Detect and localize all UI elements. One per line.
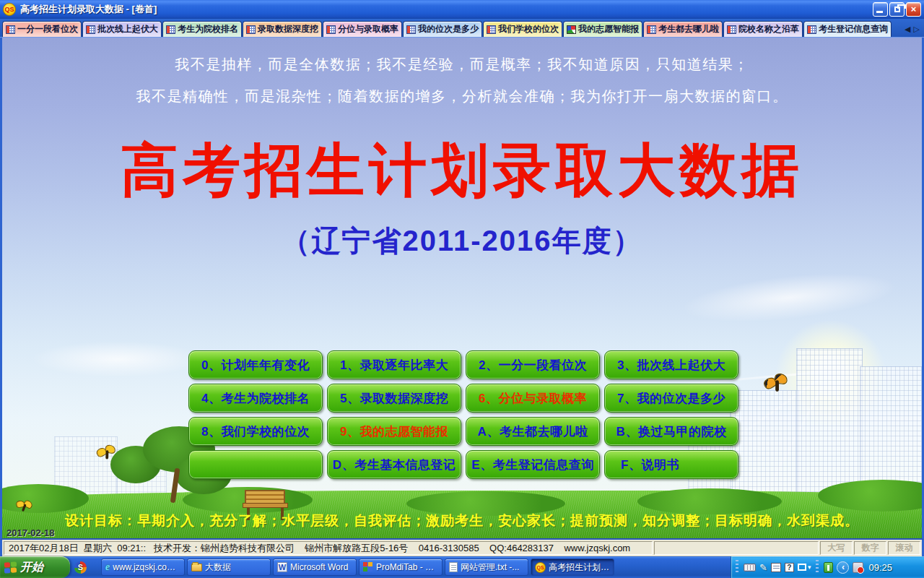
- task-bigdata-folder[interactable]: 大数据: [187, 558, 271, 576]
- restore-button[interactable]: [889, 2, 905, 17]
- tab-label: 我的志愿智能报: [578, 23, 639, 35]
- menu-button-renamed-colleges[interactable]: B、换过马甲的院校: [604, 417, 738, 446]
- close-button[interactable]: ×: [906, 2, 921, 17]
- title-bar: QS 高考招生计划录取大数据 - [卷首] ×: [0, 0, 924, 19]
- menu-button-manual[interactable]: F、说明书: [604, 450, 738, 479]
- notepad-icon: [449, 562, 458, 572]
- page-title: 高考招生计划录取大数据: [2, 140, 922, 201]
- task-notepad[interactable]: 网站管理.txt -...: [445, 558, 528, 576]
- task-label: ProMdiTab - Mi...: [376, 562, 438, 572]
- tab-label: 录取数据深度挖: [258, 23, 318, 35]
- hide-icons-chevron-icon[interactable]: ‹: [837, 561, 849, 574]
- tab-registration-query[interactable]: 考生登记信息查询: [803, 21, 892, 37]
- tab-candidate-college-ranking[interactable]: 考生为院校排名: [162, 21, 242, 37]
- internet-explorer-icon: e: [105, 562, 110, 572]
- tab-label: 分位与录取概率: [338, 23, 398, 35]
- tab-percentile-probability[interactable]: 分位与录取概率: [323, 21, 402, 37]
- menu-button-registration-query[interactable]: E、考生登记信息查询: [466, 450, 600, 479]
- menu-button-grid: 0、计划年年有变化 1、录取逐年比率大 2、一分一段看位次 3、批次线上起伏大 …: [188, 350, 738, 479]
- tab-scroll-left-icon[interactable]: ◀: [905, 25, 910, 34]
- start-label: 开始: [20, 560, 43, 575]
- usb-drive-icon[interactable]: [824, 562, 833, 573]
- tab-admission-data-mining[interactable]: 录取数据深度挖: [243, 21, 322, 37]
- menu-button-data-mining[interactable]: 5、录取数据深度挖: [327, 384, 461, 413]
- table-icon: [807, 25, 816, 34]
- butterfly-icon: [762, 371, 791, 395]
- start-button[interactable]: 开始: [0, 556, 70, 578]
- task-word[interactable]: W Microsoft Word: [273, 558, 357, 576]
- table-icon: [86, 25, 95, 34]
- keyboard-icon[interactable]: [744, 564, 756, 571]
- tab-label: 我们学校的位次: [498, 23, 559, 35]
- clock: 09:25: [868, 562, 892, 573]
- task-gaokao-app[interactable]: QS 高考招生计划录...: [531, 558, 614, 576]
- menu-button-percentile-probability[interactable]: 6、分位与录取概率: [466, 384, 600, 413]
- menu-button-score-segment-rank[interactable]: 2、一分一段看位次: [466, 350, 600, 379]
- menu-button-my-rank[interactable]: 7、我的位次是多少: [604, 384, 738, 413]
- menu-button-candidate-ranking[interactable]: 4、考生为院校排名: [188, 384, 323, 413]
- menu-button-basic-info-register[interactable]: D、考生基本信息登记: [327, 450, 461, 479]
- app-logo-icon: QS: [3, 3, 16, 16]
- menu-button-smart-application[interactable]: 9、我的志愿智能报: [327, 417, 461, 446]
- pen-icon[interactable]: ✎: [759, 562, 767, 573]
- quick-launch: S: [70, 556, 100, 578]
- table-icon: [727, 25, 736, 34]
- task-website[interactable]: e www.jzqskj.com...: [101, 558, 185, 576]
- language-bar-icon[interactable]: [798, 564, 806, 571]
- building: [730, 390, 799, 503]
- system-tray: ✎ ? ▾ ‹ 09:25: [731, 556, 924, 578]
- status-caps-lock: 大写: [820, 541, 853, 555]
- menu-button-blank[interactable]: [188, 450, 323, 479]
- tab-label: 批次线上起伏大: [97, 23, 158, 35]
- windows-logo-icon: [4, 561, 17, 574]
- tab-score-segment-rank[interactable]: 一分一段看位次: [2, 21, 82, 37]
- main-content: 我不是抽样，而是全体数据；我不是经验，而是概率；我不知道原因，只知道结果； 我不…: [0, 38, 924, 540]
- menu-button-where-candidates-go[interactable]: A、考生都去哪儿啦: [466, 417, 600, 446]
- app-logo-icon: QS: [535, 562, 546, 573]
- tab-our-school-rank[interactable]: 我们学校的位次: [483, 21, 562, 37]
- tab-batch-line-fluctuation[interactable]: 批次线上起伏大: [82, 21, 162, 37]
- input-pad-icon[interactable]: [771, 563, 781, 572]
- language-options-arrow-icon[interactable]: ▾: [808, 564, 811, 571]
- table-icon: [406, 25, 416, 34]
- task-alert-icon[interactable]: [853, 562, 863, 573]
- butterfly-icon: [96, 443, 118, 462]
- table-icon: [246, 25, 256, 34]
- restore-icon: [894, 7, 900, 12]
- table-icon: [166, 25, 175, 34]
- tab-where-candidates-go[interactable]: 考生都去哪儿啦: [643, 21, 723, 37]
- design-goal-text: 设计目标：早期介入，充分了解；水平层级，自我评估；激励考生，安心家长；提前预测，…: [2, 512, 922, 530]
- task-label: Microsoft Word: [290, 562, 348, 572]
- building: [796, 348, 863, 503]
- tab-my-rank[interactable]: 我的位次是多少: [403, 21, 482, 37]
- menu-button-admission-ratio[interactable]: 1、录取逐年比率大: [327, 350, 461, 379]
- promditab-icon: [363, 562, 373, 572]
- tray-grip: [816, 560, 819, 574]
- window-title: 高考招生计划录取大数据 - [卷首]: [20, 3, 157, 16]
- menu-button-our-school-rank[interactable]: 8、我们学校的位次: [188, 417, 323, 446]
- help-icon[interactable]: ?: [785, 563, 794, 572]
- tray-grip: [736, 560, 738, 574]
- word-icon: W: [277, 562, 287, 572]
- task-buttons: e www.jzqskj.com... 大数据 W Microsoft Word…: [100, 556, 731, 578]
- tab-smart-application[interactable]: 我的志愿智能报: [563, 21, 642, 37]
- table-icon: [647, 25, 656, 34]
- menu-button-plan-changes[interactable]: 0、计划年年有变化: [188, 350, 323, 379]
- tab-scroll-right-icon[interactable]: ▷: [914, 25, 920, 34]
- tab-college-name-history[interactable]: 院校名称之沿革: [723, 21, 803, 37]
- minimize-button[interactable]: [873, 2, 888, 17]
- table-icon: [487, 25, 496, 34]
- status-empty-panel: [654, 541, 819, 555]
- table-icon: [326, 25, 336, 34]
- task-label: 大数据: [205, 561, 231, 574]
- task-promditab[interactable]: ProMdiTab - Mi...: [359, 558, 443, 576]
- page-subtitle: （辽宁省2011-2016年度）: [2, 221, 922, 261]
- quick-launch-icon[interactable]: S: [74, 561, 87, 574]
- tab-label: 考生都去哪儿啦: [658, 23, 719, 35]
- folder-icon: [191, 564, 202, 571]
- tab-label: 考生为院校排名: [178, 23, 238, 35]
- date-stamp: 2017-02-18: [6, 527, 55, 538]
- desktop: QS 高考招生计划录取大数据 - [卷首] × 一分一段看位次 批次线上起伏大 …: [0, 0, 924, 578]
- bush-decoration: [637, 488, 782, 514]
- menu-button-batch-line[interactable]: 3、批次线上起伏大: [604, 350, 738, 379]
